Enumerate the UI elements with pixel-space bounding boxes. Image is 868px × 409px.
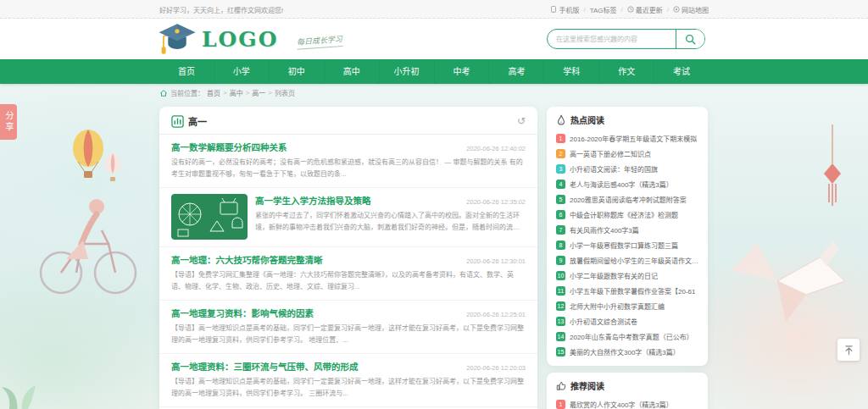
hot-item[interactable]: 15美丽的大自然作文300字（精选3篇） xyxy=(556,344,698,359)
breadcrumb-senior[interactable]: 高中 xyxy=(230,88,243,97)
map-pin-icon xyxy=(673,6,680,13)
recommend-reading-list: 1最欣赏的人作文400字（精选3篇） 2关于感恩的中考满分作文600字 xyxy=(556,396,698,409)
hot-reading-panel: 热点阅读 12016-2020年春学期五年级语文下期末模拟 2高一英语下册必修二… xyxy=(547,107,708,366)
thumbs-up-icon xyxy=(556,381,566,391)
hot-item-link[interactable]: 小学一年级寒假数学口算练习题三篇 xyxy=(570,240,678,250)
rank-badge: 1 xyxy=(556,400,565,409)
hot-item-link[interactable]: 2020年山东青岛中考数学真题（已公布） xyxy=(570,332,693,341)
rank-badge: 2 xyxy=(556,149,565,158)
article-date: 2020-06-26 12:30:01 xyxy=(459,257,526,265)
topbar-link-sitemap[interactable]: 网站地图 xyxy=(673,5,709,14)
hot-item-link[interactable]: 北师大附中小升初数学真题汇编 xyxy=(570,301,665,311)
hot-item[interactable]: 9放暑假期间留给小学生的三年级英语作文范文 xyxy=(556,252,698,268)
article-title[interactable]: 高一学生入学方法指导及策略 xyxy=(255,194,371,207)
rank-badge: 3 xyxy=(556,164,565,174)
share-tab[interactable]: 分享 xyxy=(0,104,17,140)
hot-item-link[interactable]: 小学五年级下册数学暑假作业答案【20-61 xyxy=(570,286,695,296)
back-to-top-button[interactable] xyxy=(837,339,860,361)
hot-item[interactable]: 13小升初语文综合测试卷 xyxy=(556,313,698,329)
hot-item-link[interactable]: 2016-2020年春学期五年级语文下期末模拟 xyxy=(570,134,697,143)
article-title[interactable]: 高一数学解题要分析四种关系 xyxy=(171,141,287,153)
article-thumbnail[interactable] xyxy=(171,194,248,240)
breadcrumb-home[interactable]: 首页 xyxy=(207,88,220,97)
hot-item-link[interactable]: 小升初语文阅读：年轻的国旗 xyxy=(570,164,658,174)
refresh-icon[interactable]: ↺ xyxy=(517,116,526,126)
article-summary: 紧张的中考过去了，同学们怀着激动又兴奋的心情踏入了高中的校园。面对全新的生活环境… xyxy=(255,210,526,234)
article-item: 高一地理复习资料：影响气候的因素 2020-06-26 12:25:01 【导语… xyxy=(159,301,537,354)
nav-item-zhongkao[interactable]: 中考 xyxy=(434,59,489,84)
nav-item-subjects[interactable]: 学科 xyxy=(543,59,598,84)
search-box xyxy=(547,29,705,49)
hot-item[interactable]: 11小学五年级下册数学暑假作业答案【20-61 xyxy=(556,283,698,298)
hot-item-link[interactable]: 放暑假期间留给小学生的三年级英语作文范文 xyxy=(570,256,698,265)
article-summary: 【导语】高一地理知识点是高考的基础，同学们一定要复习好高一地理，这样才能在复习好… xyxy=(171,323,526,346)
home-icon xyxy=(159,89,168,97)
nav-item-junior[interactable]: 初中 xyxy=(269,59,324,84)
hot-item-link[interactable]: 有关风雨作文400字3篇 xyxy=(570,225,639,235)
hot-reading-title: 热点阅读 xyxy=(570,113,604,126)
hot-item-link[interactable]: 中级会计职称题库《经济法》检测题 xyxy=(570,210,678,219)
topbar-link-recent[interactable]: 最近更新 xyxy=(627,5,663,14)
hot-item[interactable]: 7有关风雨作文400字3篇 xyxy=(556,222,698,237)
breadcrumb-grade1[interactable]: 高一 xyxy=(252,88,265,97)
breadcrumb-current: 列表页 xyxy=(275,88,295,97)
nav-item-essay[interactable]: 作文 xyxy=(598,59,654,84)
welcome-text: 好好学习，天天向上，红樱作文网欢迎您! xyxy=(159,5,283,14)
rank-badge: 14 xyxy=(556,332,565,341)
nav-item-xiaoshengchu[interactable]: 小升初 xyxy=(379,59,434,84)
hot-item[interactable]: 3小升初语文阅读：年轻的国旗 xyxy=(556,161,698,176)
search-input[interactable] xyxy=(548,30,676,48)
sidebar: 热点阅读 12016-2020年春学期五年级语文下期末模拟 2高一英语下册必修二… xyxy=(547,107,708,409)
nav-item-gaokao[interactable]: 高考 xyxy=(488,59,543,84)
hot-item[interactable]: 142020年山东青岛中考数学真题（已公布） xyxy=(556,329,698,344)
hot-item[interactable]: 52020雅思英语阅读临考冲刺试题附答案 xyxy=(556,191,698,207)
logo-slogan: 每日成长学习 xyxy=(297,33,343,50)
hot-item[interactable]: 6中级会计职称题库《经济法》检测题 xyxy=(556,207,698,222)
article-summary: 没有好的高一，必然没有好的高考；没有高一的危机感和紧迫感，就没有高三的从容自信！… xyxy=(171,157,526,180)
nav-item-home[interactable]: 首页 xyxy=(159,59,214,84)
article-item: 高一地理：六大技巧帮你答题完整清晰 2020-06-26 12:30:01 【导… xyxy=(159,247,537,301)
topbar-separator: / xyxy=(621,6,623,14)
chalkboard-doodle-image xyxy=(171,194,248,240)
article-summary: 【导语】高一地理知识点是高考的基础，同学们一定要复习好高一地理，这样才能在复习好… xyxy=(171,376,526,400)
topbar-link-tags[interactable]: TAG标签 xyxy=(590,5,617,14)
article-date: 2020-06-26 12:35:02 xyxy=(459,198,526,206)
article-title[interactable]: 高一地理复习资料：影响气候的因素 xyxy=(171,307,314,319)
hot-item[interactable]: 8小学一年级寒假数学口算练习题三篇 xyxy=(556,237,698,252)
search-button[interactable] xyxy=(676,30,704,48)
hot-item-link[interactable]: 美丽的大自然作文300字（精选3篇） xyxy=(570,347,680,356)
site-logo[interactable]: LOGO 每日成长学习 xyxy=(158,21,343,57)
rank-badge: 7 xyxy=(556,225,565,235)
breadcrumb-separator: > xyxy=(268,89,272,97)
hot-item-link[interactable]: 老人与海读后感400字（精选3篇） xyxy=(570,180,673,189)
hot-item[interactable]: 2高一英语下册必修二知识点 xyxy=(556,146,698,161)
article-date: 2020-06-26 12:25:01 xyxy=(459,311,526,318)
topbar-link-mobile[interactable]: 手机版 xyxy=(550,5,579,14)
hanging-tassel-illustration xyxy=(815,124,849,209)
topbar-separator: / xyxy=(583,6,585,14)
nav-item-senior[interactable]: 高中 xyxy=(324,59,379,84)
site-header: LOGO 每日成长学习 xyxy=(0,19,868,59)
hot-item-link[interactable]: 小升初语文综合测试卷 xyxy=(570,317,637,326)
hot-item-link[interactable]: 高一英语下册必修二知识点 xyxy=(570,149,651,158)
list-header: 高一 ↺ xyxy=(159,107,537,135)
phone-icon xyxy=(550,6,557,13)
recommend-item-link[interactable]: 最欣赏的人作文400字（精选3篇） xyxy=(570,400,673,409)
plant-illustration xyxy=(0,363,51,409)
main-navigation: 首页 小学 初中 高中 小升初 中考 高考 学科 作文 考试 xyxy=(0,59,868,84)
breadcrumb: 当前位置： 首页 > 高中 > 高一 > 列表页 xyxy=(159,88,295,97)
hot-item[interactable]: 4老人与海读后感400字（精选3篇） xyxy=(556,176,698,191)
hot-item-link[interactable]: 2020雅思英语阅读临考冲刺试题附答案 xyxy=(570,195,687,204)
recommend-item[interactable]: 1最欣赏的人作文400字（精选3篇） xyxy=(556,396,698,409)
recommend-reading-title: 推荐阅读 xyxy=(570,379,604,392)
nav-item-primary[interactable]: 小学 xyxy=(214,59,269,84)
hot-item[interactable]: 10小学二年级跟数学有关的日记 xyxy=(556,268,698,283)
hot-item[interactable]: 12北师大附中小升初数学真题汇编 xyxy=(556,298,698,313)
article-title[interactable]: 高一地理资料：三圈环流与气压带、风带的形成 xyxy=(171,360,359,373)
hot-item[interactable]: 12016-2020年春学期五年级语文下期末模拟 xyxy=(556,130,698,146)
hot-item-link[interactable]: 小学二年级跟数学有关的日记 xyxy=(570,271,658,280)
nav-item-exam[interactable]: 考试 xyxy=(654,59,709,84)
rank-badge: 9 xyxy=(556,256,565,265)
article-title[interactable]: 高一地理：六大技巧帮你答题完整清晰 xyxy=(171,253,323,266)
recommend-reading-panel: 推荐阅读 1最欣赏的人作文400字（精选3篇） 2关于感恩的中考满分作文600字 xyxy=(547,373,708,409)
